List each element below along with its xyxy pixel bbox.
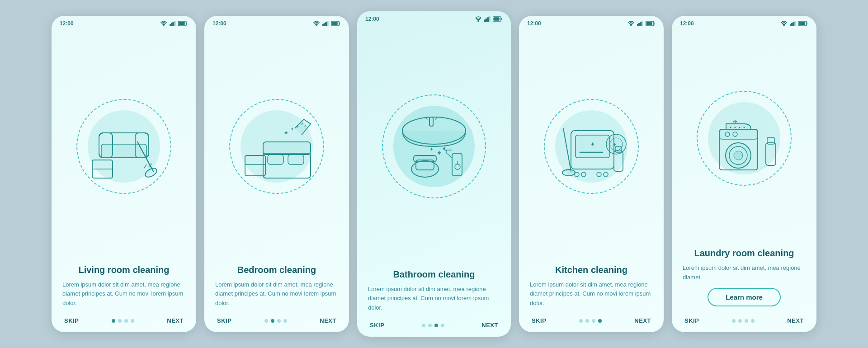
signal-icon-5 xyxy=(790,21,796,26)
skip-button-3[interactable]: SKIP xyxy=(370,322,384,329)
dot-3-1 xyxy=(422,324,425,327)
laundry-svg xyxy=(699,93,789,183)
svg-rect-33 xyxy=(484,20,486,22)
screen-living-room: 12:00 xyxy=(52,16,196,332)
illustration-bathroom: ✦ ✦ ✦ xyxy=(357,24,511,269)
svg-point-45 xyxy=(455,164,460,169)
time-1: 12:00 xyxy=(60,20,74,27)
time-4: 12:00 xyxy=(527,20,541,27)
svg-text:✦: ✦ xyxy=(429,146,434,152)
screen-title-4: Kitchen cleaning xyxy=(530,264,653,276)
nav-bar-4: SKIP NEXT xyxy=(519,313,664,332)
wifi-icon xyxy=(160,21,167,26)
next-button-1[interactable]: NEXT xyxy=(167,317,184,324)
status-bar-5: 12:00 xyxy=(672,16,816,28)
status-icons-1 xyxy=(160,21,188,26)
time-3: 12:00 xyxy=(365,16,379,22)
dot-4-4 xyxy=(598,319,602,323)
svg-point-91 xyxy=(739,127,741,128)
nav-dots-3 xyxy=(422,324,444,327)
text-content-2: Bedroom cleaning Lorem ipsum dolor sit d… xyxy=(204,264,349,313)
screen-bedroom: 12:00 xyxy=(204,16,349,332)
dot-1-3 xyxy=(124,319,128,323)
skip-button-2[interactable]: SKIP xyxy=(217,317,231,324)
nav-dots-4 xyxy=(579,319,602,323)
next-button-4[interactable]: NEXT xyxy=(634,317,651,324)
dot-4-3 xyxy=(592,319,595,323)
battery-icon-4 xyxy=(646,21,656,26)
svg-rect-28 xyxy=(268,155,283,165)
svg-rect-75 xyxy=(793,22,794,26)
dot-5-4 xyxy=(751,319,755,323)
battery-icon-5 xyxy=(798,21,808,26)
living-room-svg xyxy=(79,101,169,192)
dot-4-2 xyxy=(585,319,589,323)
next-button-2[interactable]: NEXT xyxy=(320,317,336,324)
svg-rect-51 xyxy=(637,24,638,26)
bedroom-svg: ✦ ✦ xyxy=(231,101,322,192)
dot-5-3 xyxy=(745,319,748,323)
svg-line-15 xyxy=(144,165,146,168)
svg-point-85 xyxy=(734,151,743,160)
screen-description-1: Lorem ipsum dolor sit dim amet, mea regi… xyxy=(62,280,185,308)
svg-point-61 xyxy=(597,172,601,177)
svg-point-50 xyxy=(631,25,632,26)
svg-text:✦: ✦ xyxy=(283,129,289,136)
dot-3-3 xyxy=(434,324,438,327)
dot-4-1 xyxy=(579,319,583,323)
svg-text:✦: ✦ xyxy=(590,141,595,148)
learn-more-button[interactable]: Learn more xyxy=(708,288,781,306)
skip-button-1[interactable]: SKIP xyxy=(64,317,79,324)
status-bar-1: 12:00 xyxy=(52,16,196,28)
status-bar-2: 12:00 xyxy=(204,16,349,28)
screen-title-1: Living room cleaning xyxy=(62,264,185,276)
svg-point-14 xyxy=(144,166,158,179)
illustration-laundry xyxy=(672,28,816,248)
svg-rect-21 xyxy=(327,21,329,26)
status-bar-4: 12:00 xyxy=(519,16,664,28)
svg-rect-34 xyxy=(486,19,487,22)
text-content-3: Bathroom cleaning Lorem ipsum dolor sit … xyxy=(357,269,511,317)
dot-2-3 xyxy=(277,319,281,323)
svg-rect-40 xyxy=(429,117,433,126)
screen-title-2: Bedroom cleaning xyxy=(215,264,338,276)
svg-point-32 xyxy=(478,21,479,22)
svg-rect-76 xyxy=(795,21,796,26)
dot-2-4 xyxy=(283,319,287,323)
screen-bathroom: 12:00 xyxy=(357,11,511,337)
svg-point-90 xyxy=(735,127,736,128)
nav-dots-1 xyxy=(112,319,134,323)
status-icons-2 xyxy=(313,21,341,26)
skip-button-4[interactable]: SKIP xyxy=(532,317,546,324)
signal-icon-4 xyxy=(637,21,643,26)
svg-rect-29 xyxy=(288,155,304,165)
status-icons-3 xyxy=(475,16,503,22)
svg-rect-54 xyxy=(642,21,643,26)
nav-bar-2: SKIP NEXT xyxy=(204,313,349,332)
illustration-living-room xyxy=(52,28,196,264)
skip-button-5[interactable]: SKIP xyxy=(684,317,699,324)
svg-rect-86 xyxy=(766,143,776,165)
illustration-bedroom: ✦ ✦ xyxy=(204,28,349,264)
svg-point-92 xyxy=(744,127,745,128)
dot-1-1 xyxy=(112,319,115,323)
status-icons-4 xyxy=(627,21,656,26)
time-5: 12:00 xyxy=(680,20,694,27)
svg-text:✦: ✦ xyxy=(436,149,442,157)
next-button-3[interactable]: NEXT xyxy=(481,322,498,329)
screen-description-5: Lorem ipsum dolor sit dim amet, mea regi… xyxy=(683,263,806,282)
svg-rect-18 xyxy=(322,24,324,26)
time-2: 12:00 xyxy=(212,20,226,27)
svg-point-89 xyxy=(730,127,731,128)
svg-rect-6 xyxy=(179,22,184,25)
dot-5-1 xyxy=(732,319,736,323)
svg-rect-44 xyxy=(452,153,462,176)
next-button-5[interactable]: NEXT xyxy=(787,317,804,324)
screen-laundry: 12:00 xyxy=(672,16,816,332)
svg-point-60 xyxy=(581,172,586,177)
svg-rect-24 xyxy=(245,155,265,176)
signal-icon xyxy=(170,21,176,26)
wifi-icon-4 xyxy=(627,21,635,26)
text-content-5: Laundry room cleaning Lorem ipsum dolor … xyxy=(672,248,816,313)
svg-rect-27 xyxy=(263,142,311,155)
